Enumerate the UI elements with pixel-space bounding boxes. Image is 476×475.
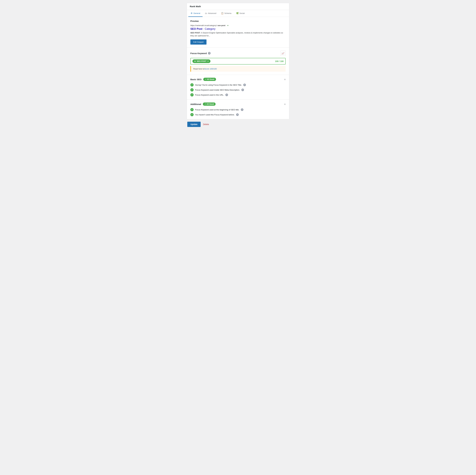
preview-section: Preview https://rankmath.local/category/… [187, 17, 289, 48]
url-bold: seo-post [218, 24, 225, 27]
list-item: ✓ Hurray! You're using Focus Keyword in … [190, 83, 286, 87]
tab-advanced-label: Advanced [208, 12, 216, 14]
preview-title-sub: Category [205, 27, 215, 30]
basic-seo-title: Basic SEO [190, 78, 202, 81]
score-hint-link[interactable]: Score 100/100 [204, 68, 217, 70]
preview-desc-rest: : A Search Engine Optimization Specialis… [190, 32, 283, 37]
focus-keyword-header: Focus Keyword ? 📈 [190, 51, 286, 56]
help-icon[interactable]: ? [241, 108, 243, 111]
help-icon[interactable]: ? [236, 113, 239, 116]
keyword-text: SEO POST [197, 60, 206, 62]
tab-general[interactable]: ⚙ General [188, 10, 203, 17]
star-icon: ★ [194, 60, 196, 62]
social-icon: 🌿 [236, 12, 238, 14]
help-icon[interactable]: ? [225, 93, 228, 96]
score-hint-text: Read here to [193, 68, 204, 70]
keyword-remove-icon[interactable]: ✕ [207, 60, 209, 62]
basic-seo-header: Basic SEO ✓ All Good ∧ [190, 78, 286, 81]
preview-description: SEO POST: A Search Engine Optimization S… [190, 31, 286, 37]
preview-label: Preview [190, 20, 286, 22]
trend-chart-icon: 📈 [282, 52, 285, 55]
basic-seo-title-group: Basic SEO ✓ All Good [190, 78, 216, 81]
check-text: Focus Keyword used at the beginning of S… [195, 109, 239, 111]
additional-badge: ✓ All Good [203, 103, 216, 106]
list-item: ✓ Focus Keyword used in the URL. ? [190, 93, 286, 96]
edit-snippet-button[interactable]: Edit Snippet [190, 39, 206, 45]
url-text: https://rankmath.local/category/ [190, 24, 217, 27]
update-button[interactable]: Update [187, 122, 201, 127]
help-icon[interactable]: ? [241, 88, 244, 91]
additional-collapse-icon[interactable]: ∧ [284, 103, 286, 105]
tab-social-label: Social [239, 12, 245, 14]
tab-social[interactable]: 🌿 Social [234, 10, 247, 17]
additional-section: Additional ✓ All Good ∧ ✓ Focus Keyword … [187, 100, 289, 119]
tab-general-label: General [193, 12, 200, 14]
preview-title-main: SEO Post [190, 27, 202, 30]
list-item: ✓ Focus Keyword used at the beginning of… [190, 108, 286, 111]
focus-keyword-section: Focus Keyword ? 📈 ★ SEO POST ✕ 100 / 100… [187, 48, 289, 75]
panel-header: Rank Math [187, 3, 289, 10]
basic-seo-checklist: ✓ Hurray! You're using Focus Keyword in … [190, 83, 286, 96]
keyword-input-row[interactable]: ★ SEO POST ✕ 100 / 100 [190, 58, 286, 65]
keyword-tag: ★ SEO POST ✕ [192, 59, 210, 63]
schema-icon: 📋 [221, 12, 223, 14]
check-text: Hurray! You're using Focus Keyword in th… [195, 84, 242, 86]
list-item: ✓ You haven't used this Focus Keyword be… [190, 113, 286, 116]
check-icon: ✓ [190, 88, 194, 91]
additional-title-group: Additional ✓ All Good [190, 103, 216, 106]
focus-keyword-title-row: Focus Keyword ? [190, 52, 211, 54]
help-icon[interactable]: ? [243, 84, 246, 86]
panel-title: Rank Math [190, 5, 201, 8]
score-hint-banner: Read here to Score 100/100 [190, 66, 286, 72]
footer-bar: Update Delete [187, 119, 289, 129]
check-icon: ✓ [190, 83, 194, 87]
focus-keyword-help-icon[interactable]: ? [208, 52, 211, 54]
tab-bar: ⚙ General 🗂 Advanced 📋 Schema 🌿 Social [187, 10, 289, 17]
additional-header: Additional ✓ All Good ∧ [190, 103, 286, 106]
tab-schema[interactable]: 📋 Schema [219, 10, 234, 17]
additional-checklist: ✓ Focus Keyword used at the beginning of… [190, 108, 286, 116]
list-item: ✓ Focus Keyword used inside SEO Meta Des… [190, 88, 286, 91]
basic-seo-collapse-icon[interactable]: ∧ [284, 78, 286, 81]
preview-url: https://rankmath.local/category/seo-post… [190, 24, 286, 27]
advanced-icon: 🗂 [205, 12, 207, 14]
tab-advanced[interactable]: 🗂 Advanced [203, 10, 219, 17]
basic-seo-badge: ✓ All Good [203, 78, 216, 81]
preview-desc-bold: SEO POST [190, 32, 200, 34]
tab-schema-label: Schema [224, 12, 231, 14]
additional-title: Additional [190, 103, 201, 106]
check-icon: ✓ [190, 108, 194, 111]
basic-seo-section: Basic SEO ✓ All Good ∧ ✓ Hurray! You're … [187, 75, 289, 100]
keyword-score: 100 / 100 [275, 60, 284, 62]
check-text: You haven't used this Focus Keyword befo… [195, 114, 235, 116]
focus-keyword-title: Focus Keyword [190, 52, 207, 54]
url-arrow-icon: ▼ [227, 25, 229, 26]
check-text: Focus Keyword used in the URL. [195, 94, 224, 96]
preview-title-sep: - [202, 27, 205, 30]
general-icon: ⚙ [191, 12, 193, 14]
preview-title: SEO Post - Category [190, 27, 286, 31]
check-icon: ✓ [190, 93, 194, 96]
delete-button[interactable]: Delete [203, 123, 209, 125]
check-text: Focus Keyword used inside SEO Meta Descr… [195, 89, 240, 91]
check-icon: ✓ [190, 113, 194, 116]
trend-button[interactable]: 📈 [280, 51, 286, 56]
